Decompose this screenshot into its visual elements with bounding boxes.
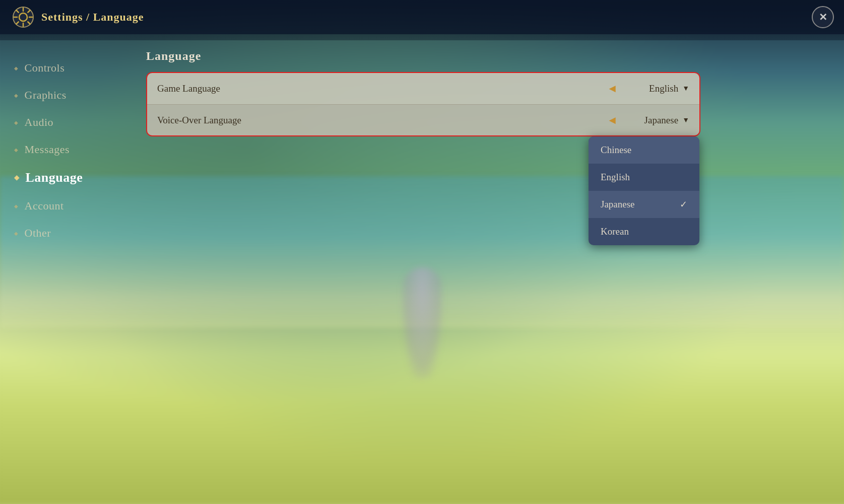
dropdown-item-label: Korean (601, 226, 629, 237)
sidebar-item-messages[interactable]: Messages (0, 136, 131, 163)
check-mark-icon: ✓ (680, 199, 687, 210)
dropdown-item-label: English (601, 172, 630, 183)
sidebar-item-label: Graphics (25, 89, 67, 102)
sidebar-item-label: Language (26, 170, 83, 185)
game-language-dropdown-arrow-icon: ▼ (682, 85, 689, 93)
dropdown-item-label: Japanese (601, 199, 635, 210)
voice-over-language-arrow-icon: ◄ (607, 114, 618, 127)
sidebar-item-label: Other (25, 227, 51, 240)
voice-over-dropdown-menu: Chinese English Japanese ✓ Korean (589, 136, 699, 245)
sidebar-item-label: Audio (25, 116, 54, 129)
sidebar-item-account[interactable]: Account (0, 192, 131, 220)
sidebar-item-other[interactable]: Other (0, 220, 131, 247)
game-language-value: English (628, 83, 678, 94)
settings-panel: Settings / Language ✕ Controls Graphics … (0, 0, 844, 504)
sidebar: Controls Graphics Audio Messages Languag… (0, 44, 131, 494)
content-area: Controls Graphics Audio Messages Languag… (0, 34, 844, 504)
sidebar-item-label: Controls (25, 61, 65, 75)
voice-over-language-label: Voice-Over Language (157, 115, 607, 126)
dropdown-item-label: Chinese (601, 145, 631, 156)
main-content: Language Game Language ◄ English ▼ Voice… (131, 44, 844, 494)
game-language-arrow-icon: ◄ (607, 82, 618, 95)
sidebar-item-language[interactable]: Language (0, 163, 131, 192)
dropdown-item-english[interactable]: English (589, 164, 699, 191)
header: Settings / Language ✕ (0, 0, 844, 34)
section-title: Language (146, 49, 829, 63)
voice-over-language-value: Japanese (628, 115, 678, 126)
sidebar-item-graphics[interactable]: Graphics (0, 82, 131, 109)
header-title: Settings / Language (41, 11, 144, 24)
gear-icon (12, 6, 34, 28)
sidebar-item-controls[interactable]: Controls (0, 54, 131, 82)
game-language-row[interactable]: Game Language ◄ English ▼ (147, 73, 699, 104)
dropdown-item-chinese[interactable]: Chinese (589, 136, 699, 164)
voice-over-language-row[interactable]: Voice-Over Language ◄ Japanese ▼ Chinese… (147, 104, 699, 135)
game-language-label: Game Language (157, 83, 607, 94)
sidebar-item-label: Account (25, 199, 64, 212)
voice-over-dropdown-arrow-icon: ▼ (682, 116, 689, 124)
sidebar-item-label: Messages (25, 143, 70, 156)
close-button[interactable]: ✕ (812, 6, 834, 28)
dropdown-item-japanese[interactable]: Japanese ✓ (589, 191, 699, 218)
dropdown-item-korean[interactable]: Korean (589, 218, 699, 245)
sidebar-item-audio[interactable]: Audio (0, 109, 131, 136)
settings-box: Game Language ◄ English ▼ Voice-Over Lan… (146, 72, 700, 136)
